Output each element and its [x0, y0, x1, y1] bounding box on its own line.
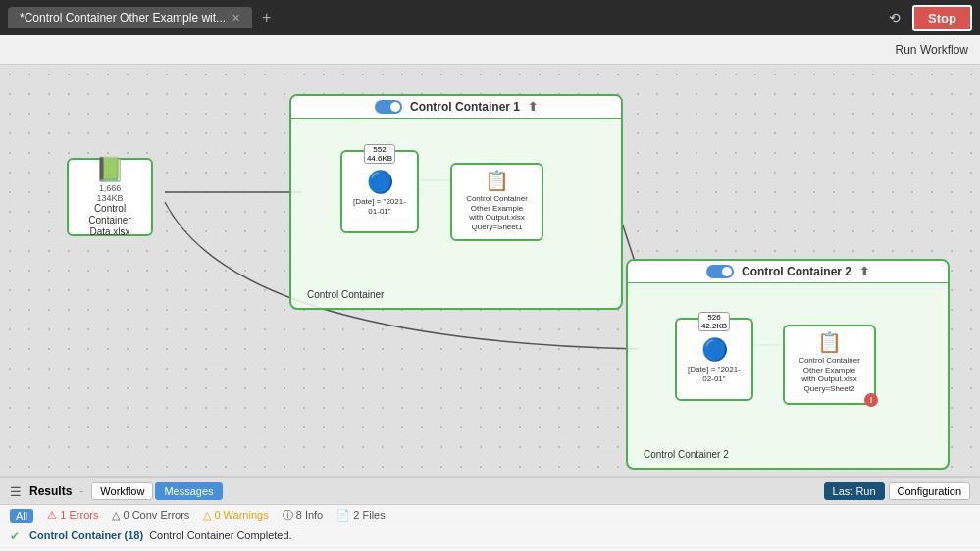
container1-footer: Control Container — [299, 287, 391, 304]
warning-badge: ! — [864, 393, 878, 407]
filter-all[interactable]: All — [10, 509, 33, 523]
last-run-button[interactable]: Last Run — [824, 482, 885, 500]
c1-output-label: Control ContainerOther Examplewith Outpu… — [456, 194, 538, 231]
ok-icon: ✔ — [10, 528, 24, 545]
tab-label: *Control Container Other Example wit... — [20, 11, 226, 25]
list-icon[interactable]: ☰ — [10, 484, 22, 499]
titlebar-right: ⟲ Stop — [885, 5, 972, 31]
source-node-label: Control ContainerData.xlsx — [73, 203, 147, 238]
add-tab-button[interactable]: + — [256, 9, 277, 26]
active-tab[interactable]: *Control Container Other Example wit... … — [8, 7, 252, 28]
source-count1: 1,666 — [99, 183, 122, 193]
summary-bar: All ⚠ 1 Errors △ 0 Conv Errors △ 0 Warni… — [0, 505, 980, 526]
c2-output-label: Control ContainerOther Examplewith Outpu… — [789, 356, 870, 393]
results-right-btns: Last Run Configuration — [824, 482, 970, 500]
results-sep: - — [79, 484, 83, 498]
filter-info[interactable]: ⓘ 8 Info — [283, 508, 324, 523]
tab-workflow[interactable]: Workflow — [91, 482, 153, 500]
container2-header: Control Container 2 ⬆ — [628, 261, 948, 283]
stop-button[interactable]: Stop — [912, 5, 972, 31]
container1-title: Control Container 1 — [410, 100, 520, 114]
container2-filter-node[interactable]: 526 42.2KB 🔵 [Date] = "2021-02-01" — [675, 318, 753, 401]
c1-filter-count-top: 552 44.6KB — [364, 144, 395, 164]
c2-output-icon: 📋 — [789, 330, 870, 354]
filter-conv-errors[interactable]: △ 0 Conv Errors — [112, 509, 189, 522]
container1-filter-node[interactable]: 552 44.6KB 🔵 [Date] = "2021-01-01" — [340, 150, 419, 233]
history-icon[interactable]: ⟲ — [885, 6, 904, 29]
container1-expand-icon[interactable]: ⬆ — [528, 100, 538, 114]
results-header: ☰ Results - Workflow Messages Last Run C… — [0, 478, 980, 505]
canvas: 📗 1,666 134KB Control ContainerData.xlsx… — [0, 65, 980, 476]
run-workflow-button[interactable]: Run Workflow — [896, 43, 968, 57]
msg-source[interactable]: Control Container (18) — [29, 528, 143, 543]
container2-toggle[interactable] — [706, 265, 734, 278]
c2-filter-count: 526 42.2KB — [698, 312, 730, 331]
container1-header: Control Container 1 ⬆ — [291, 96, 621, 119]
tab-messages[interactable]: Messages — [155, 482, 222, 500]
results-tabs: Workflow Messages — [91, 482, 222, 500]
results-title: Results — [29, 484, 72, 498]
tab-close-icon[interactable]: ✕ — [232, 12, 240, 25]
source-count2: 134KB — [96, 193, 123, 203]
source-node-icon: 📗 — [95, 156, 125, 183]
container1-box: Control Container 1 ⬆ 552 44.6KB 🔵 [Date… — [289, 94, 623, 310]
message-row: ✔ Control Container (18) Control Contain… — [0, 526, 980, 548]
c1-output-icon: 📋 — [456, 169, 538, 192]
source-node[interactable]: 📗 1,666 134KB Control ContainerData.xlsx — [67, 158, 153, 236]
c1-filter-icon: 🔵 — [346, 170, 413, 195]
filter-errors[interactable]: ⚠ 1 Errors — [47, 509, 98, 522]
msg-text: Control Container Completed. — [149, 528, 292, 543]
toolbar: Run Workflow — [0, 35, 980, 65]
filter-files[interactable]: 📄 2 Files — [336, 509, 385, 522]
container2-footer: Control Container 2 — [636, 447, 737, 464]
results-panel: ☰ Results - Workflow Messages Last Run C… — [0, 476, 980, 551]
titlebar: *Control Container Other Example wit... … — [0, 0, 980, 35]
container2-output-node[interactable]: 📋 Control ContainerOther Examplewith Out… — [783, 325, 876, 405]
container1-toggle[interactable] — [375, 100, 402, 114]
container1-output-node[interactable]: 📋 Control ContainerOther Examplewith Out… — [450, 163, 543, 241]
container2-title: Control Container 2 — [742, 265, 851, 278]
container2-box: Control Container 2 ⬆ 526 42.2KB 🔵 [Date… — [626, 259, 950, 470]
c2-filter-label: [Date] = "2021-02-01" — [681, 365, 748, 383]
filter-warnings[interactable]: △ 0 Warnings — [203, 509, 268, 522]
tab-group: *Control Container Other Example wit... … — [8, 7, 277, 28]
c1-filter-label: [Date] = "2021-01-01" — [346, 197, 413, 216]
c2-filter-icon: 🔵 — [681, 337, 748, 363]
messages-list: ✔ Control Container (18) Control Contain… — [0, 526, 980, 551]
configuration-button[interactable]: Configuration — [889, 482, 970, 500]
container2-expand-icon[interactable]: ⬆ — [859, 265, 869, 278]
